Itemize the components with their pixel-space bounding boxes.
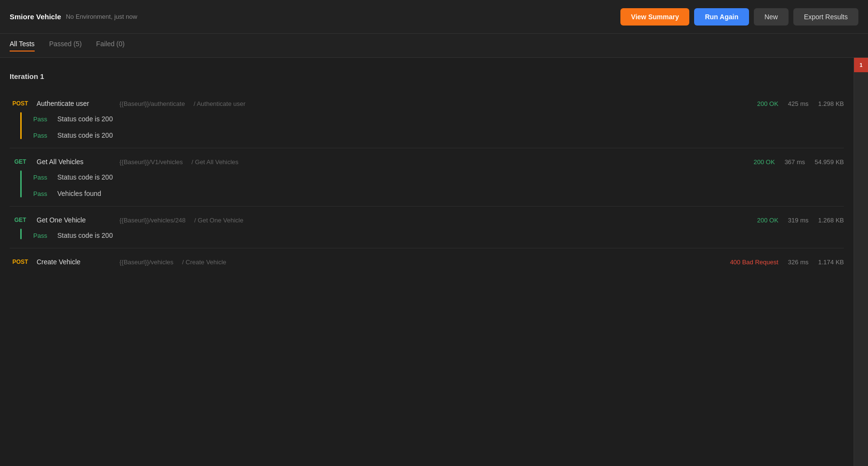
tests-container: Pass Status code is 200 [10,229,844,246]
request-url: {{Baseurl}}/authenticate [119,100,185,107]
test-name: Vehicles found [57,190,101,197]
request-path: / Get All Vehicles [192,158,239,166]
request-separator [10,148,844,148]
request-block: GET Get One Vehicle {{Baseurl}}/vehicles… [10,211,844,248]
tab-passed[interactable]: Passed (5) [49,40,82,52]
content-area: Iteration 1 POST Authenticate user {{Bas… [0,58,854,466]
tests-container: Pass Status code is 200 Pass Status code… [10,112,844,146]
request-path: / Get One Vehicle [194,217,243,224]
iteration-badge: 1 [854,58,868,72]
request-path: / Authenticate user [194,100,246,107]
tab-all-tests[interactable]: All Tests [10,40,35,52]
vertical-bar [20,229,22,239]
status-badge: 200 OK [757,100,778,107]
scrollbar-panel: 1 [854,58,868,466]
tests-list: Pass Status code is 200 Pass Vehicles fo… [33,170,844,197]
request-meta: 200 OK 367 ms 54.959 KB [754,158,844,166]
method-badge: POST [10,100,31,107]
iteration-heading: Iteration 1 [10,67,844,85]
vertical-bar [20,170,22,197]
test-status: Pass [33,190,51,197]
view-summary-button[interactable]: View Summary [620,8,689,26]
request-name: Authenticate user [37,100,114,107]
request-url: {{Baseurl}}/V1/vehicles [119,158,183,166]
request-row[interactable]: GET Get One Vehicle {{Baseurl}}/vehicles… [10,211,844,229]
export-results-button[interactable]: Export Results [793,8,858,26]
request-name: Get All Vehicles [37,158,114,166]
request-row[interactable]: POST Authenticate user {{Baseurl}}/authe… [10,95,844,112]
tab-failed[interactable]: Failed (0) [96,40,125,52]
test-row: Pass Status code is 200 [33,115,844,123]
test-row: Pass Status code is 200 [33,173,844,181]
test-name: Status code is 200 [57,232,113,239]
response-time: 326 ms [788,259,809,266]
test-name: Status code is 200 [57,131,113,139]
request-row[interactable]: POST Create Vehicle {{Baseurl}}/vehicles… [10,253,844,271]
request-row[interactable]: GET Get All Vehicles {{Baseurl}}/V1/vehi… [10,153,844,170]
main-area: Iteration 1 POST Authenticate user {{Bas… [0,58,868,466]
run-again-button[interactable]: Run Again [694,8,749,26]
request-meta: 400 Bad Request 326 ms 1.174 KB [730,259,844,266]
response-size: 1.268 KB [818,217,844,224]
header-actions: View Summary Run Again New Export Result… [620,8,858,26]
test-row: Pass Status code is 200 [33,131,844,139]
request-path: / Create Vehicle [182,259,226,266]
test-status: Pass [33,132,51,139]
vertical-bar [20,112,22,139]
response-time: 319 ms [788,217,809,224]
test-name: Status code is 200 [57,173,113,181]
method-badge: GET [10,158,31,165]
request-block: POST Create Vehicle {{Baseurl}}/vehicles… [10,253,844,271]
test-status: Pass [33,174,51,181]
test-name: Status code is 200 [57,115,113,123]
request-block: POST Authenticate user {{Baseurl}}/authe… [10,95,844,148]
method-badge: GET [10,217,31,223]
tests-container: Pass Status code is 200 Pass Vehicles fo… [10,170,844,204]
request-meta: 200 OK 319 ms 1.268 KB [757,217,844,224]
response-time: 425 ms [788,100,809,107]
response-size: 1.298 KB [818,100,844,107]
request-url: {{Baseurl}}/vehicles/248 [119,217,185,224]
status-badge: 200 OK [757,217,778,224]
test-status: Pass [33,116,51,123]
app-title: Smiore Vehicle [10,13,61,21]
new-button[interactable]: New [754,8,789,26]
method-badge: POST [10,259,31,265]
request-url: {{Baseurl}}/vehicles [119,259,173,266]
requests-container: POST Authenticate user {{Baseurl}}/authe… [10,95,844,271]
request-name: Get One Vehicle [37,216,114,224]
response-time: 367 ms [785,158,805,166]
app-subtitle: No Environment, just now [66,13,137,20]
request-block: GET Get All Vehicles {{Baseurl}}/V1/vehi… [10,153,844,207]
status-badge: 200 OK [754,158,775,166]
request-separator [10,206,844,207]
request-separator [10,248,844,248]
response-size: 54.959 KB [815,158,844,166]
test-status: Pass [33,232,51,239]
header: Smiore Vehicle No Environment, just now … [0,0,868,34]
status-badge: 400 Bad Request [730,259,778,266]
request-name: Create Vehicle [37,258,114,266]
test-row: Pass Vehicles found [33,190,844,197]
request-meta: 200 OK 425 ms 1.298 KB [757,100,844,107]
test-row: Pass Status code is 200 [33,232,844,239]
response-size: 1.174 KB [818,259,844,266]
tabs-bar: All Tests Passed (5) Failed (0) [0,34,868,58]
tests-list: Pass Status code is 200 Pass Status code… [33,112,844,139]
tests-list: Pass Status code is 200 [33,229,844,239]
